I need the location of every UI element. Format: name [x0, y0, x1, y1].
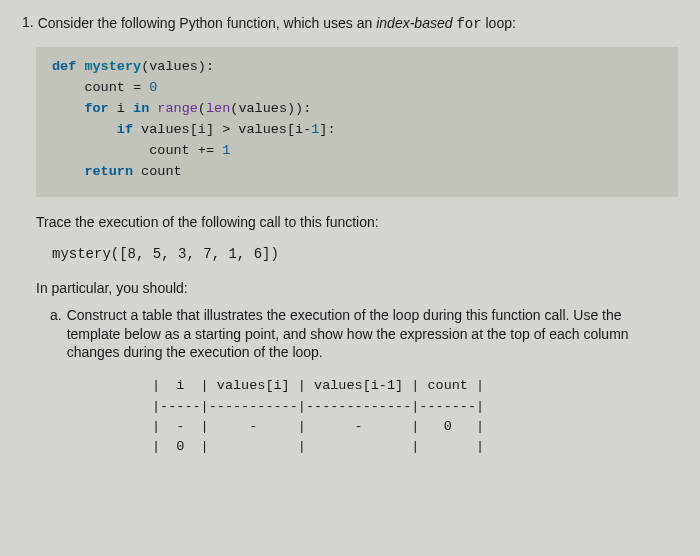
table-row-initial: | - | - | - | 0 | — [152, 419, 484, 434]
code-l4-end: ]: — [319, 122, 335, 137]
code-l4-rest: values[i] > values[i- — [133, 122, 311, 137]
table-row-header: | i | values[i] | values[i-1] | count | — [152, 378, 484, 393]
kw-def: def — [52, 59, 76, 74]
question-header: 1. Consider the following Python functio… — [22, 14, 678, 33]
code-l3-p1: ( — [198, 101, 206, 116]
table-row-0: | 0 | | | | — [152, 439, 484, 454]
kw-for: for — [52, 101, 109, 116]
code-block: def mystery(values): count = 0 for i in … — [36, 47, 678, 197]
q-italic: index-based — [376, 15, 452, 31]
code-l3-var: i — [109, 101, 133, 116]
code-l3-rest: (values)): — [230, 101, 311, 116]
part-a-letter: a. — [50, 306, 62, 363]
kw-if: if — [52, 122, 133, 137]
q-text-3: loop: — [482, 15, 516, 31]
table-row-divider: |-----|-----------|-------------|-------… — [152, 399, 484, 414]
builtin-range: range — [157, 101, 198, 116]
trace-table: | i | values[i] | values[i-1] | count | … — [152, 376, 678, 457]
question-text: Consider the following Python function, … — [38, 14, 516, 33]
code-l6-rest: count — [133, 164, 182, 179]
code-l2-num: 0 — [149, 80, 157, 95]
kw-in: in — [133, 101, 149, 116]
fn-name: mystery — [84, 59, 141, 74]
builtin-len: len — [206, 101, 230, 116]
kw-return: return — [52, 164, 133, 179]
sub-header: In particular, you should: — [36, 280, 678, 296]
code-l1-rest: (values): — [141, 59, 214, 74]
part-a-text: Construct a table that illustrates the e… — [67, 306, 662, 363]
q-mono: for — [456, 16, 481, 32]
code-l2a: count = — [52, 80, 149, 95]
call-expression: mystery([8, 5, 3, 7, 1, 6]) — [52, 246, 678, 262]
trace-prompt: Trace the execution of the following cal… — [36, 213, 678, 232]
part-a: a. Construct a table that illustrates th… — [50, 306, 662, 363]
code-l5a: count += — [52, 143, 222, 158]
code-l5-num: 1 — [222, 143, 230, 158]
question-number: 1. — [22, 14, 34, 33]
q-text-1: Consider the following Python function, … — [38, 15, 377, 31]
